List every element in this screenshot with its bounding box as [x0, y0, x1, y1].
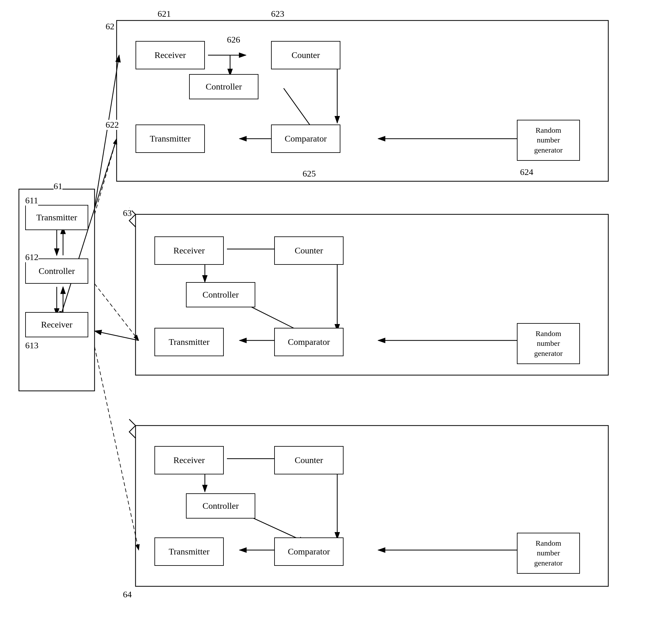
transmitter-64-block: Transmitter [154, 537, 224, 566]
rng-63-label: Random number generator [534, 329, 563, 359]
comparator-64-label: Comparator [288, 547, 330, 557]
receiver-62-block: Receiver [136, 41, 205, 69]
comparator-63-label: Comparator [288, 337, 330, 347]
label-611: 611 [25, 196, 38, 206]
svg-line-29 [95, 284, 139, 340]
receiver-left-block: Receiver [25, 312, 88, 337]
rng-64-label: Random number generator [534, 538, 563, 568]
transmitter-left-label: Transmitter [36, 212, 77, 222]
label-64: 64 [123, 589, 132, 599]
counter-63-label: Counter [295, 246, 323, 256]
transmitter-62-block: Transmitter [136, 124, 205, 153]
label-63: 63 [123, 208, 132, 218]
receiver-63-label: Receiver [173, 246, 205, 256]
receiver-64-block: Receiver [154, 446, 224, 474]
controller-left-label: Controller [39, 266, 75, 276]
label-61: 61 [54, 181, 62, 191]
receiver-64-label: Receiver [173, 455, 205, 465]
controller-64-block: Controller [186, 493, 255, 519]
controller-64-label: Controller [202, 501, 238, 511]
controller-63-label: Controller [202, 290, 238, 300]
counter-62-block: Counter [271, 41, 340, 69]
controller-62-block: Controller [189, 74, 259, 99]
transmitter-62-label: Transmitter [150, 133, 191, 144]
comparator-63-block: Comparator [274, 328, 343, 356]
transmitter-left-block: Transmitter [25, 205, 88, 230]
label-623: 623 [271, 9, 284, 19]
svg-line-30 [95, 347, 139, 550]
counter-64-label: Counter [295, 455, 323, 465]
label-622: 622 [106, 120, 119, 130]
comparator-64-block: Comparator [274, 537, 343, 566]
label-621: 621 [158, 9, 171, 19]
counter-64-block: Counter [274, 446, 343, 474]
controller-63-block: Controller [186, 282, 255, 307]
label-613: 613 [25, 340, 39, 351]
diagram: Transmitter Controller Receiver Receiver… [0, 0, 648, 644]
rng-64-block: Random number generator [517, 533, 580, 574]
transmitter-64-label: Transmitter [169, 547, 210, 557]
controller-62-label: Controller [206, 82, 242, 92]
counter-62-label: Counter [291, 50, 320, 60]
rng-62-block: Random number generator [517, 120, 580, 161]
comparator-62-block: Comparator [271, 124, 340, 153]
transmitter-63-block: Transmitter [154, 328, 224, 356]
controller-left-block: Controller [25, 259, 88, 284]
rng-63-block: Random number generator [517, 323, 580, 364]
receiver-left-label: Receiver [41, 320, 72, 330]
label-626: 626 [227, 35, 240, 45]
counter-63-block: Counter [274, 236, 343, 265]
label-612: 612 [25, 252, 39, 262]
comparator-62-label: Comparator [285, 133, 327, 144]
receiver-62-label: Receiver [154, 50, 186, 60]
label-62: 62 [106, 21, 114, 32]
rng-62-label: Random number generator [534, 125, 563, 155]
svg-line-32 [95, 331, 139, 340]
transmitter-63-label: Transmitter [169, 337, 210, 347]
svg-line-33 [95, 55, 119, 208]
label-625: 625 [303, 169, 316, 179]
receiver-63-block: Receiver [154, 236, 224, 265]
label-624: 624 [520, 167, 533, 177]
